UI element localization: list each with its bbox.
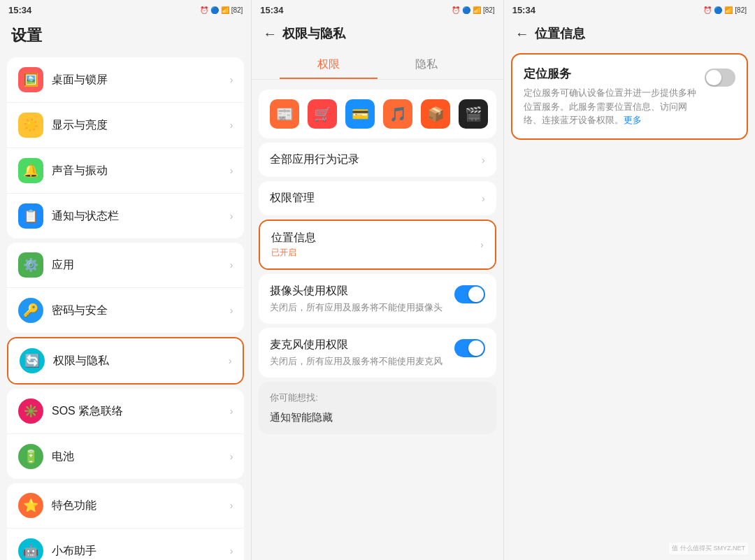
sos-label: SOS 紧急联络 xyxy=(52,404,230,419)
assistant-icon: 🤖 xyxy=(18,538,43,560)
sidebar-item-apps[interactable]: ⚙️ 应用 › xyxy=(7,243,244,288)
alarm-icon: ⏰ xyxy=(200,6,208,14)
battery-icon-1: [82] xyxy=(231,6,243,14)
location-info-content: 位置信息 已开启 xyxy=(271,231,480,259)
apps-label: 应用 xyxy=(52,258,230,273)
chevron-icon-5: › xyxy=(230,259,233,271)
location-info-highlighted: 位置信息 已开启 › xyxy=(259,220,496,270)
chevron-icon-11: › xyxy=(230,545,233,557)
chevron-location: › xyxy=(480,239,484,250)
app-icon-4[interactable]: 🎵 xyxy=(383,99,412,129)
status-bar-2: 15:34 ⏰ 🔵 📶 [82] xyxy=(252,0,503,20)
app-behavior-label: 全部应用行为记录 xyxy=(270,152,482,167)
status-time-3: 15:34 xyxy=(512,5,535,15)
settings-group-2: ⚙️ 应用 › 🔑 密码与安全 › xyxy=(7,243,244,333)
status-icons-2: ⏰ 🔵 📶 [82] xyxy=(452,6,495,14)
perm-mgmt-label: 权限管理 xyxy=(270,191,482,206)
status-time-2: 15:34 xyxy=(260,5,283,15)
suggestion-box: 你可能想找: 通知智能隐藏 xyxy=(259,382,496,434)
sidebar-item-notification[interactable]: 📋 通知与状态栏 › xyxy=(7,194,244,238)
desktop-label: 桌面与锁屏 xyxy=(52,73,230,87)
sidebar-item-password[interactable]: 🔑 密码与安全 › xyxy=(7,288,244,333)
back-button-2[interactable]: ← xyxy=(263,26,277,42)
location-service-desc: 定位服务可确认设备位置并进一步提供多种位置服务。此服务需要位置信息、访问网络、连… xyxy=(524,86,696,127)
settings-scroll[interactable]: 🖼️ 桌面与锁屏 › ☀️ 显示与亮度 › 🔔 声音与振动 › 📋 通知与状态栏 xyxy=(0,53,251,560)
signal-icon-2: 📶 xyxy=(473,6,481,14)
sidebar-item-display[interactable]: ☀️ 显示与亮度 › xyxy=(7,103,244,148)
settings-title: 设置 xyxy=(11,27,42,44)
permissions-scroll[interactable]: 📰 🛒 💳 🎵 📦 🎬 全部应用行为记录 › 权限管理 › xyxy=(252,85,503,560)
features-icon: ⭐ xyxy=(18,493,43,518)
sidebar-item-features[interactable]: ⭐ 特色功能 › xyxy=(7,483,244,529)
desktop-icon: 🖼️ xyxy=(18,67,43,92)
camera-item[interactable]: 摄像头使用权限 关闭后，所有应用及服务将不能使用摄像头 xyxy=(259,274,496,324)
sidebar-item-sos[interactable]: ✳️ SOS 紧急联络 › xyxy=(7,389,244,434)
sidebar-item-permissions[interactable]: 🔄 权限与隐私 › xyxy=(8,338,243,383)
tab-privacy[interactable]: 隐私 xyxy=(378,49,475,79)
app-behavior-item[interactable]: 全部应用行为记录 › xyxy=(259,143,496,177)
behavior-group: 全部应用行为记录 › xyxy=(259,143,496,177)
permissions-title: 权限与隐私 xyxy=(282,25,345,42)
location-service-toggle[interactable] xyxy=(705,69,735,87)
app-icon-6[interactable]: 🎬 xyxy=(459,99,488,129)
password-icon: 🔑 xyxy=(18,298,43,323)
status-bar-3: 15:34 ⏰ 🔵 📶 [82] xyxy=(504,0,755,20)
battery-item-icon: 🔋 xyxy=(18,444,43,469)
settings-group-5: ⭐ 特色功能 › 🤖 小布助手 › ☁️ 云服务 › xyxy=(7,483,244,560)
tab-bar: 权限 隐私 xyxy=(252,49,503,80)
status-bar-1: 15:34 ⏰ 🔵 📶 [82] xyxy=(0,0,251,20)
location-more-link[interactable]: 更多 xyxy=(624,115,642,125)
sidebar-item-sound[interactable]: 🔔 声音与振动 › xyxy=(7,148,244,194)
tab-permissions[interactable]: 权限 xyxy=(280,49,378,79)
display-label: 显示与亮度 xyxy=(52,118,230,133)
bluetooth-icon-2: 🔵 xyxy=(462,6,470,14)
app-icons-row: 📰 🛒 💳 🎵 📦 🎬 xyxy=(259,89,496,138)
highlighted-group: 🔄 权限与隐私 › xyxy=(7,337,244,385)
location-scroll[interactable]: 定位服务 定位服务可确认设备位置并进一步提供多种位置服务。此服务需要位置信息、访… xyxy=(504,49,755,560)
app-icon-3[interactable]: 💳 xyxy=(345,99,375,129)
settings-header: 设置 xyxy=(0,20,251,53)
password-label: 密码与安全 xyxy=(52,303,230,318)
bluetooth-icon-3: 🔵 xyxy=(714,6,722,14)
perm-mgmt-item[interactable]: 权限管理 › xyxy=(259,181,496,215)
camera-toggle[interactable] xyxy=(454,285,485,303)
signal-icon: 📶 xyxy=(221,6,229,14)
mic-toggle[interactable] xyxy=(454,339,485,357)
chevron-icon-4: › xyxy=(230,210,233,222)
mic-item[interactable]: 麦克风使用权限 关闭后，所有应用及服务将不能使用麦克风 xyxy=(259,328,496,378)
sidebar-item-desktop[interactable]: 🖼️ 桌面与锁屏 › xyxy=(7,57,244,103)
chevron-icon-6: › xyxy=(230,305,233,316)
camera-label: 摄像头使用权限 xyxy=(270,284,454,299)
back-button-3[interactable]: ← xyxy=(515,26,529,42)
mic-label: 麦克风使用权限 xyxy=(270,338,454,352)
permissions-label: 权限与隐私 xyxy=(53,354,229,368)
location-info-status: 已开启 xyxy=(271,247,480,259)
settings-group-1: 🖼️ 桌面与锁屏 › ☀️ 显示与亮度 › 🔔 声音与振动 › 📋 通知与状态栏 xyxy=(7,57,244,238)
app-icon-2[interactable]: 🛒 xyxy=(308,99,337,129)
signal-icon-3: 📶 xyxy=(724,6,733,14)
location-info-item[interactable]: 位置信息 已开启 › xyxy=(260,221,494,268)
suggestion-item[interactable]: 通知智能隐藏 xyxy=(270,411,484,424)
location-service-card: 定位服务 定位服务可确认设备位置并进一步提供多种位置服务。此服务需要位置信息、访… xyxy=(511,53,748,140)
camera-content: 摄像头使用权限 关闭后，所有应用及服务将不能使用摄像头 xyxy=(270,284,454,314)
chevron-icon-3: › xyxy=(230,165,233,176)
display-icon: ☀️ xyxy=(18,113,43,138)
chevron-icon: › xyxy=(230,74,233,85)
chevron-behavior: › xyxy=(482,155,485,166)
chevron-icon-7: › xyxy=(229,355,232,366)
mic-desc: 关闭后，所有应用及服务将不能使用麦克风 xyxy=(270,355,454,368)
mic-content: 麦克风使用权限 关闭后，所有应用及服务将不能使用麦克风 xyxy=(270,338,454,368)
sidebar-item-assistant[interactable]: 🤖 小布助手 › xyxy=(7,529,244,560)
status-icons-3: ⏰ 🔵 📶 [82] xyxy=(703,6,747,14)
panel-settings: 15:34 ⏰ 🔵 📶 [82] 设置 🖼️ 桌面与锁屏 › ☀️ xyxy=(0,0,252,560)
sidebar-item-battery[interactable]: 🔋 电池 › xyxy=(7,434,244,479)
app-icon-1[interactable]: 📰 xyxy=(270,99,299,129)
suggestion-label: 你可能想找: xyxy=(270,392,484,404)
chevron-icon-10: › xyxy=(230,500,233,511)
settings-group-4: ✳️ SOS 紧急联络 › 🔋 电池 › xyxy=(7,389,244,479)
status-time-1: 15:34 xyxy=(8,5,31,15)
chevron-perm-mgmt: › xyxy=(482,193,485,204)
app-icon-5[interactable]: 📦 xyxy=(421,99,450,129)
battery-icon-3: [82] xyxy=(735,6,747,14)
permissions-header: ← 权限与隐私 xyxy=(252,20,503,49)
